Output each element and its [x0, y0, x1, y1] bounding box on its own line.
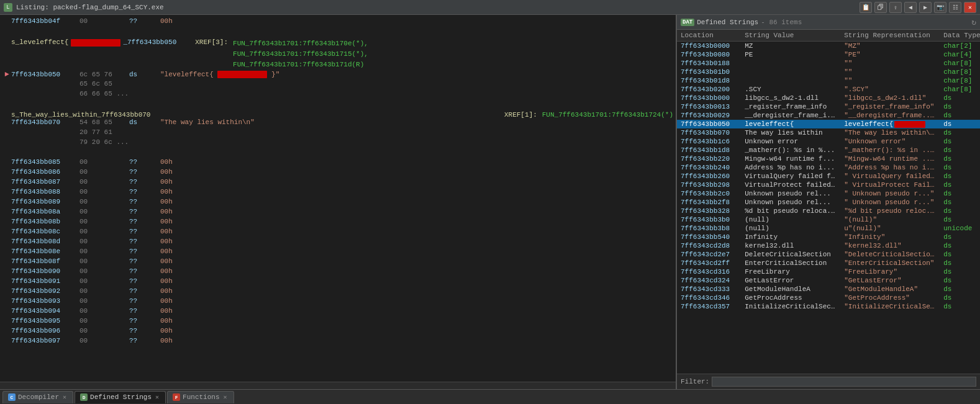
string-icon-col	[733, 111, 741, 120]
list-item[interactable]: 7ff6343cd333 GetModuleHandleA "GetModule…	[677, 285, 980, 294]
list-item[interactable]: 7ff6343bb2f8 Unknown pseudo rel... " Unk…	[677, 198, 980, 207]
nav-fwd-btn[interactable]: ▶	[919, 2, 932, 13]
col-dtype: Data Type	[940, 30, 980, 42]
bytes: 00	[79, 277, 129, 285]
list-item[interactable]: 7ff6343b0029 __deregister_frame_i... "__…	[677, 111, 980, 120]
bytes: 00	[79, 267, 129, 275]
string-dtype: ds	[940, 267, 980, 276]
string-dtype: ds	[940, 146, 980, 155]
bytes: 00	[79, 317, 129, 325]
bytes: 00	[79, 337, 129, 344]
string-value	[741, 76, 840, 85]
tab-decompiler-close[interactable]: ✕	[61, 393, 68, 401]
string-icon-col	[733, 198, 741, 207]
list-item[interactable]: 7ff6343b0013 _register_frame_info "_regi…	[677, 102, 980, 111]
list-item[interactable]: 7ff6343cd2e7 DeleteCriticalSection "Dele…	[677, 250, 980, 259]
string-dtype: ds	[940, 94, 980, 102]
list-item[interactable]: 7ff6343bb2c0 Unknown pseudo rel... " Unk…	[677, 189, 980, 198]
close-btn[interactable]: ✕	[964, 2, 976, 13]
list-item[interactable]: 7ff6343cd324 GetLastError "GetLastError"…	[677, 276, 980, 285]
string-location: 7ff6343bb2c0	[677, 189, 733, 198]
list-item[interactable]: 7ff6343bb1d8 _matherr(): %s in %... "_ma…	[677, 146, 980, 155]
address: 7ff6343bb096	[11, 327, 79, 334]
refresh-icon[interactable]: ↻	[971, 17, 976, 27]
filter-input[interactable]	[712, 377, 976, 387]
copy-btn-2[interactable]: 🗍	[874, 2, 887, 13]
strings-title: Defined Strings	[697, 19, 758, 26]
address: 7ff6343bb08b	[11, 218, 79, 225]
string-dtype: ds	[940, 276, 980, 285]
string-icon-col	[733, 128, 741, 137]
list-item[interactable]: 7ff6343bb540 Infinity "Infinity" ds	[677, 233, 980, 241]
string-value	[741, 68, 840, 76]
list-item[interactable]: 7ff6343cd2d8 kernel32.dll "kernel32.dll"…	[677, 241, 980, 250]
tab-defined-strings-close[interactable]: ✕	[154, 393, 160, 401]
list-item[interactable]: 7ff6343bb220 Mingw-w64 runtime f... "Min…	[677, 155, 980, 163]
tab-defined-strings[interactable]: D Defined Strings ✕	[75, 391, 166, 403]
list-item[interactable]: 7ff6343bb1c6 Unknown error "Unknown erro…	[677, 137, 980, 146]
select-btn[interactable]: ⇧	[889, 2, 902, 13]
list-item[interactable]: 7ff6343b0080 PE "PE" char[4]	[677, 50, 980, 59]
string-location: 7ff6343b0013	[677, 102, 733, 111]
list-item[interactable]: 7ff6343bb050 leveleffect{ leveleffect{ d…	[677, 120, 980, 128]
list-item[interactable]: 7ff6343bb070 The way lies within "The wa…	[677, 128, 980, 137]
list-item[interactable]: 7ff6343b0000 MZ "MZ" char[2]	[677, 42, 980, 51]
string-icon-col	[733, 189, 741, 198]
string-icon-col	[733, 233, 741, 241]
mnemonic: ??	[129, 337, 160, 344]
symbol-label-2: s_The_way_lies_within_7ff6343bb070	[11, 111, 150, 119]
string-icon-col	[733, 76, 741, 85]
list-item[interactable]: 7ff6343bb260 VirtualQuery failed f... " …	[677, 172, 980, 181]
operand: "The way lies within\n"	[160, 119, 673, 126]
string-dtype: ds	[940, 207, 980, 215]
functions-tab-icon: F	[173, 393, 180, 401]
layout-btn[interactable]: ☷	[949, 2, 961, 13]
string-dtype: char[8]	[940, 68, 980, 76]
list-item[interactable]: 7ff6343bb240 Address %p has no i... "Add…	[677, 163, 980, 172]
string-dtype: ds	[940, 163, 980, 172]
list-item[interactable]: 7ff6343b01d8 "" char[8]	[677, 76, 980, 85]
list-item[interactable]: 7ff6343cd346 GetProcAddress "GetProcAddr…	[677, 294, 980, 302]
string-icon-col	[733, 146, 741, 155]
list-item[interactable]: 7ff6343cd357 InitializeCriticalSection "…	[677, 302, 980, 311]
list-item[interactable]: 7ff6343bb000 libgcc_s_dw2-1.dll "libgcc_…	[677, 94, 980, 102]
list-item[interactable]: 7ff6343bb3b8 (null) u"(null)" unicode	[677, 224, 980, 233]
strings-table[interactable]: Location String Value String Representat…	[677, 30, 980, 374]
string-repr: ""	[840, 68, 940, 76]
nav-back-btn[interactable]: ◀	[904, 2, 917, 13]
snapshot-btn[interactable]: 📷	[934, 2, 946, 13]
disasm-scroll[interactable]: 7ff6343bb04f 00 ?? 00h s_leveleffect{ _7…	[0, 15, 676, 382]
string-value: Address %p has no i...	[741, 163, 840, 172]
list-item[interactable]: 7ff6343bb298 VirtualProtect failed ... "…	[677, 181, 980, 189]
disasm-hscrollbar[interactable]	[0, 382, 676, 389]
list-item[interactable]: 7ff6343b01b0 "" char[8]	[677, 68, 980, 76]
tab-decompiler[interactable]: C Decompiler ✕	[2, 391, 73, 403]
string-value: Unknown pseudo rel...	[741, 189, 840, 198]
address: 7ff6343bb092	[11, 287, 79, 295]
operand: 00h	[160, 337, 673, 344]
list-item[interactable]: 7ff6343bb3b0 (null) "(null)" ds	[677, 215, 980, 224]
string-repr: " VirtualQuery failed ..."	[840, 172, 940, 181]
string-icon-col	[733, 267, 741, 276]
list-item[interactable]: 7ff6343bb328 %d bit pseudo reloca... "%d…	[677, 207, 980, 215]
string-repr: "Address %p has no i..."	[840, 163, 940, 172]
list-item[interactable]: 7ff6343cd2ff EnterCriticalSection "Enter…	[677, 259, 980, 267]
copy-btn-1[interactable]: 📋	[860, 2, 872, 13]
string-dtype: ds	[940, 189, 980, 198]
list-item[interactable]: 7ff6343b0188 "" char[8]	[677, 59, 980, 68]
table-row: 7ff6343bb088 00 ?? 00h	[0, 188, 676, 198]
list-item[interactable]: 7ff6343cd316 FreeLibrary "FreeLibrary" d…	[677, 267, 980, 276]
string-dtype: char[8]	[940, 85, 980, 94]
string-icon-col	[733, 50, 741, 59]
string-dtype: ds	[940, 155, 980, 163]
address: 7ff6343bb087	[11, 178, 79, 186]
decompiler-tab-icon: C	[8, 393, 16, 401]
tab-functions[interactable]: F Functions ✕	[167, 391, 234, 403]
string-repr: "PE"	[840, 50, 940, 59]
string-icon-col	[733, 155, 741, 163]
address: 7ff6343bb089	[11, 198, 79, 205]
string-location: 7ff6343bb1c6	[677, 137, 733, 146]
list-item[interactable]: 7ff6343b0200 .SCY ".SCY" char[8]	[677, 85, 980, 94]
tab-functions-close[interactable]: ✕	[222, 393, 229, 401]
window-title: Listing: packed-flag_dump_64_SCY.exe	[16, 4, 164, 11]
